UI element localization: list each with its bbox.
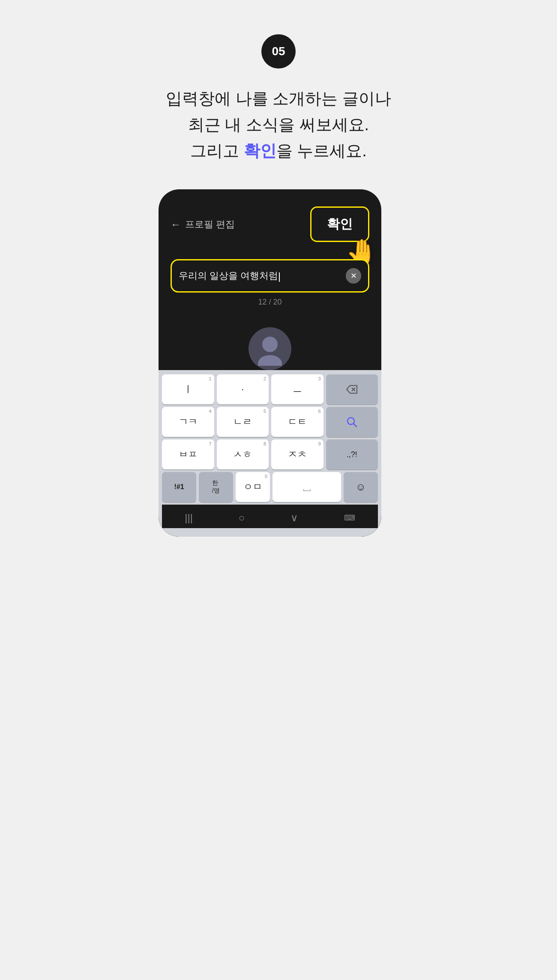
key-1[interactable]: 1 ㅣ: [162, 374, 214, 404]
instruction-line1: 입력창에 나를 소개하는 글이나: [166, 86, 391, 112]
key-punctuation[interactable]: .,?!: [326, 439, 378, 469]
instruction-text: 입력창에 나를 소개하는 글이나 최근 내 소식을 써보세요. 그리고 확인을 …: [166, 86, 391, 164]
screen-top: ← 프로필 편집 확인 🤚 우리의 일상을 여행처럼 ✕: [159, 189, 381, 310]
nav-home-icon[interactable]: ○: [239, 512, 245, 524]
key-symbols[interactable]: !#1: [162, 472, 196, 502]
step-number: 05: [272, 45, 285, 58]
backspace-icon: [346, 385, 358, 394]
emoji-icon: ☺: [356, 481, 366, 493]
instruction-line2: 최근 내 소식을 써보세요.: [166, 112, 391, 138]
keyboard-row-1: 1 ㅣ 2 · 3 ㅡ: [162, 374, 378, 404]
profile-preview: [159, 310, 381, 370]
key-space[interactable]: ⎵: [273, 472, 341, 502]
instruction-line3: 그리고 확인을 누르세요.: [166, 138, 391, 164]
clear-icon: ✕: [350, 271, 357, 281]
phone-screen: ← 프로필 편집 확인 🤚 우리의 일상을 여행처럼 ✕: [159, 189, 381, 537]
key-7[interactable]: 7 ㅂㅍ: [162, 439, 214, 469]
clear-button[interactable]: ✕: [346, 268, 361, 284]
nav-keyboard-icon[interactable]: ⌨: [344, 513, 355, 523]
nav-recent-apps-icon[interactable]: |||: [185, 512, 193, 524]
key-0[interactable]: 0 ㅇㅁ: [236, 472, 270, 502]
keyboard-row-3: 7 ㅂㅍ 8 ㅅㅎ 9 ㅈㅊ .,?!: [162, 439, 378, 469]
char-count: 12 / 20: [171, 293, 369, 310]
key-2[interactable]: 2 ·: [217, 374, 269, 404]
key-4[interactable]: 4 ㄱㅋ: [162, 407, 214, 437]
confirm-btn-wrapper: 확인 🤚: [310, 206, 369, 242]
phone-wrapper: ← 프로필 편집 확인 🤚 우리의 일상을 여행처럼 ✕: [159, 189, 398, 537]
confirm-button[interactable]: 확인: [310, 206, 369, 242]
keyboard: 1 ㅣ 2 · 3 ㅡ: [159, 370, 381, 537]
key-3[interactable]: 3 ㅡ: [271, 374, 323, 404]
svg-point-0: [262, 337, 278, 352]
input-text: 우리의 일상을 여행처럼: [179, 270, 278, 281]
keyboard-row-4: !#1 한/영 0 ㅇㅁ ⎵ ☺: [162, 472, 378, 502]
key-backspace[interactable]: [326, 374, 378, 404]
avatar-svg: [253, 332, 287, 366]
keyboard-row-2: 4 ㄱㅋ 5 ㄴㄹ 6 ㄷㅌ: [162, 407, 378, 437]
key-6[interactable]: 6 ㄷㅌ: [271, 407, 323, 437]
key-lang[interactable]: 한/영: [199, 472, 233, 502]
profile-avatar: [249, 327, 291, 370]
back-button[interactable]: ← 프로필 편집: [171, 218, 235, 231]
svg-point-1: [258, 355, 282, 366]
input-field-outer[interactable]: 우리의 일상을 여행처럼 ✕: [171, 259, 369, 293]
nav-bar: ||| ○ ∨ ⌨: [162, 505, 378, 528]
input-text-area: 우리의 일상을 여행처럼: [179, 269, 280, 282]
header-row: ← 프로필 편집 확인 🤚: [171, 206, 369, 242]
key-9[interactable]: 9 ㅈㅊ: [271, 439, 323, 469]
space-icon: ⎵: [303, 480, 311, 494]
search-icon: [346, 416, 358, 428]
key-8[interactable]: 8 ㅅㅎ: [217, 439, 269, 469]
key-emoji[interactable]: ☺: [344, 472, 378, 502]
key-search[interactable]: [326, 407, 378, 437]
input-section: 우리의 일상을 여행처럼 ✕ 12 / 20: [171, 259, 369, 310]
step-badge: 05: [261, 34, 296, 69]
svg-line-5: [353, 424, 356, 427]
key-5[interactable]: 5 ㄴㄹ: [217, 407, 269, 437]
nav-back-icon[interactable]: ∨: [290, 512, 298, 524]
header-title: 프로필 편집: [185, 218, 235, 231]
text-cursor: [279, 272, 280, 282]
back-arrow-icon: ←: [171, 218, 181, 230]
